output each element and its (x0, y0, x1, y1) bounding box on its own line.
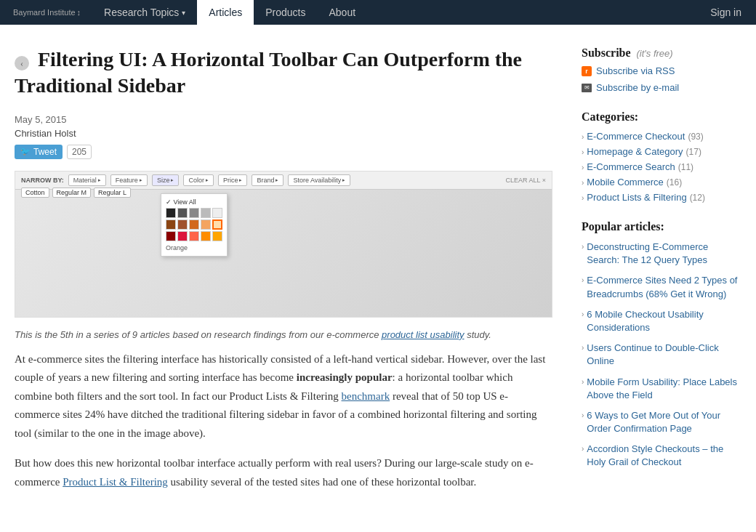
filter-size: Size (152, 174, 180, 186)
swatch-darkorange (201, 231, 211, 241)
rss-icon: r (582, 66, 592, 76)
tweet-button[interactable]: 🐦 Tweet (15, 145, 63, 159)
product-list-link[interactable]: Product List & Filtering (63, 476, 168, 488)
popular-article-6[interactable]: › 6 Ways to Get More Out of Your Order C… (582, 409, 741, 435)
chevron-icon: › (582, 275, 584, 286)
swatch-crimson (177, 231, 188, 241)
chevron-icon: › (582, 194, 584, 202)
category-ecommerce-search[interactable]: › E-Commerce Search (11) (582, 161, 741, 172)
prev-article-button[interactable]: ‹ (15, 56, 29, 70)
brand-logo[interactable]: Baymard Institute ↕ (0, 0, 92, 25)
clear-all-label: CLEAR ALL × (506, 177, 546, 184)
sidebar-subscribe-section: Subscribe (it's free) r Subscribe via RS… (582, 47, 741, 93)
swatch-brown3 (189, 219, 199, 230)
chevron-icon: › (582, 133, 584, 141)
active-filter-regular-m: Regular M (52, 188, 92, 198)
sign-in-button[interactable]: Sign in (696, 0, 756, 25)
brand-icon: ↕ (77, 8, 81, 17)
sidebar-popular-section: Popular articles: › Deconstructing E-Com… (582, 220, 741, 469)
active-filter-cotton: Cotton (21, 188, 49, 198)
swatch-darkgray (177, 208, 188, 218)
article-author: Christian Holst (15, 128, 552, 139)
article-paragraph-2: But how does this new horizontal toolbar… (15, 454, 552, 491)
color-label: Orange (166, 244, 222, 251)
swatch-orange-selected (212, 219, 222, 230)
article-body: At e-commerce sites the filtering interf… (15, 350, 552, 492)
nav-item-products[interactable]: Products (254, 0, 317, 25)
nav-item-research-topics[interactable]: Research Topics ▾ (92, 0, 197, 25)
article-date: May 5, 2015 (15, 114, 552, 125)
category-homepage-category[interactable]: › Homepage & Category (17) (582, 146, 741, 157)
product-images-row (274, 208, 293, 302)
article-paragraph-1: At e-commerce sites the filtering interf… (15, 350, 552, 443)
swatch-gray (189, 208, 199, 218)
chevron-icon: › (582, 179, 584, 187)
active-filter-regular-l: Regular L (94, 188, 131, 198)
swatch-brown1 (166, 219, 176, 230)
color-grid (166, 208, 222, 241)
filter-price: Price (218, 174, 248, 186)
popular-article-5[interactable]: › Mobile Form Usability: Place Labels Ab… (582, 376, 741, 402)
swatch-darkred (166, 231, 176, 241)
filter-color: Color (183, 174, 214, 186)
filter-feature: Feature (110, 174, 148, 186)
filter-material: Material (68, 174, 106, 186)
nav-item-about[interactable]: About (318, 0, 368, 25)
article-title-row: ‹ Filtering UI: A Horizontal Toolbar Can… (15, 47, 552, 100)
main-content: ‹ Filtering UI: A Horizontal Toolbar Can… (15, 47, 552, 503)
chevron-down-icon: ▾ (182, 9, 185, 17)
twitter-icon: 🐦 (20, 147, 31, 156)
rss-link[interactable]: r Subscribe via RSS (582, 65, 741, 76)
chevron-icon: › (582, 444, 584, 454)
popular-article-2[interactable]: › E-Commerce Sites Need 2 Types of Bread… (582, 274, 741, 300)
popular-article-1[interactable]: › Deconstructing E-Commerce Search: The … (582, 241, 741, 267)
popular-article-4[interactable]: › Users Continue to Double-Click Online (582, 342, 741, 368)
chevron-icon: › (582, 148, 584, 156)
email-link[interactable]: ✉ Subscribe by e-mail (582, 82, 741, 93)
chevron-icon: › (582, 164, 584, 172)
chevron-icon: › (582, 242, 584, 252)
email-icon: ✉ (582, 84, 592, 92)
chevron-icon: › (582, 411, 584, 421)
category-ecommerce-checkout[interactable]: › E-Commerce Checkout (93) (582, 131, 741, 142)
popular-title: Popular articles: (582, 220, 741, 233)
article-caption: This is the 5th in a series of 9 article… (15, 329, 552, 340)
sidebar: Subscribe (it's free) r Subscribe via RS… (582, 47, 741, 503)
color-picker-popup: ✓ View All (161, 193, 228, 257)
swatch-orange (212, 231, 222, 241)
caption-link[interactable]: product list usability (382, 329, 464, 340)
chevron-icon: › (582, 343, 584, 353)
chevron-icon: › (582, 310, 584, 320)
tweet-count: 205 (67, 145, 92, 159)
active-filters: Cotton Regular M Regular L (21, 188, 131, 198)
filter-store: Store Availability (288, 174, 350, 186)
view-all-label: ✓ View All (166, 198, 196, 206)
swatch-tan (201, 219, 211, 230)
subscribe-heading: Subscribe (it's free) (582, 47, 741, 60)
brand-name: Baymard Institute (13, 8, 76, 17)
categories-title: Categories: (582, 110, 741, 124)
chevron-icon: › (582, 377, 584, 387)
sidebar-categories-section: Categories: › E-Commerce Checkout (93) ›… (582, 110, 741, 203)
swatch-black (166, 208, 176, 218)
category-product-lists[interactable]: › Product Lists & Filtering (12) (582, 192, 741, 203)
popular-article-7[interactable]: › Accordion Style Checkouts – the Holy G… (582, 443, 741, 469)
swatch-brown2 (177, 219, 188, 230)
popular-article-3[interactable]: › 6 Mobile Checkout Usability Considerat… (582, 308, 741, 334)
navigation: Baymard Institute ↕ Research Topics ▾ Ar… (0, 0, 756, 25)
filter-brand: Brand (252, 174, 284, 186)
swatch-lightgray (201, 208, 211, 218)
benchmark-link[interactable]: benchmark (342, 390, 390, 402)
article-title: Filtering UI: A Horizontal Toolbar Can O… (15, 48, 522, 97)
category-mobile-commerce[interactable]: › Mobile Commerce (16) (582, 177, 741, 188)
swatch-tomato (189, 231, 199, 241)
swatch-white (212, 208, 222, 218)
article-image: NARROW BY: Material Feature Size Color P… (15, 171, 552, 318)
nav-item-articles[interactable]: Articles (197, 0, 254, 25)
article-meta: May 5, 2015 Christian Holst 🐦 Tweet 205 (15, 114, 552, 159)
narrow-by-label: NARROW BY: (21, 177, 64, 184)
